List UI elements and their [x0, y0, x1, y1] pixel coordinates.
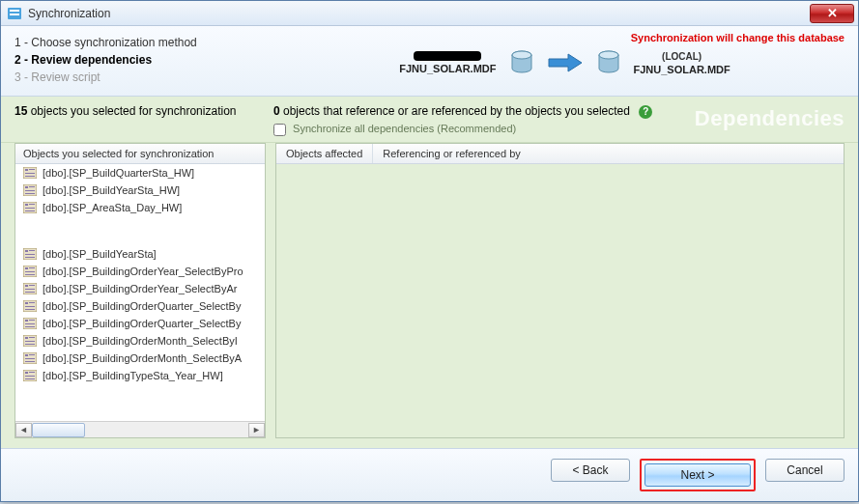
target-db-node: (LOCAL) FJNU_SOLAR.MDF: [634, 51, 730, 75]
obscured-server-name: [414, 51, 481, 61]
list-item[interactable]: [dbo].[SP_AreaSta_Day_HW]: [15, 199, 265, 216]
svg-rect-54: [29, 354, 35, 355]
svg-rect-31: [25, 274, 35, 275]
svg-rect-60: [25, 376, 35, 377]
sp-icon: [23, 184, 37, 196]
svg-rect-53: [25, 354, 28, 356]
svg-rect-38: [25, 302, 28, 304]
list-item[interactable]: [dbo].[SP_BuildingOrderQuarter_SelectBy: [15, 297, 265, 315]
sp-icon: [23, 300, 37, 312]
selected-objects-list[interactable]: [dbo].[SP_BuildQuarterSta_HW] [dbo].[SP_…: [15, 164, 265, 421]
svg-rect-33: [25, 285, 28, 287]
svg-rect-14: [29, 186, 35, 187]
selected-objects-panel: Objects you selected for synchronization…: [14, 143, 266, 438]
list-item[interactable]: [dbo].[SP_BuildingOrderQuarter_SelectBy: [15, 315, 265, 332]
svg-point-6: [599, 51, 618, 59]
svg-rect-61: [25, 378, 35, 379]
svg-rect-11: [25, 176, 35, 177]
svg-rect-15: [25, 190, 35, 191]
list-spacer: [15, 216, 265, 245]
cancel-button[interactable]: Cancel: [765, 459, 845, 482]
header-warning: Synchronization will change this databas…: [631, 32, 845, 43]
svg-rect-26: [25, 257, 35, 258]
referenced-count: 0 objects that reference or are referenc…: [273, 104, 652, 136]
list-item[interactable]: [dbo].[SP_BuildYearSta_HW]: [15, 182, 265, 199]
svg-rect-13: [25, 186, 28, 188]
horizontal-scrollbar[interactable]: ◄ ►: [15, 421, 265, 437]
target-db-name: FJNU_SOLAR.MDF: [634, 64, 730, 75]
database-icon: [508, 49, 535, 76]
svg-rect-28: [25, 267, 28, 269]
wizard-header: 1 - Choose synchronization method 2 - Re…: [1, 26, 858, 97]
col-referencing[interactable]: Referencing or referenced by: [373, 144, 844, 163]
svg-rect-16: [25, 193, 35, 194]
sp-icon: [23, 318, 37, 329]
list-item[interactable]: [dbo].[SP_BuildQuarterSta_HW]: [15, 164, 265, 182]
svg-rect-40: [25, 306, 35, 307]
step-3: 3 - Review script: [14, 69, 285, 86]
sp-icon: [23, 352, 37, 364]
scroll-left-button[interactable]: ◄: [15, 423, 32, 437]
app-icon: [7, 6, 22, 21]
sp-icon: [23, 266, 37, 277]
sp-icon: [23, 202, 37, 213]
sp-icon: [23, 335, 37, 347]
target-db-local: (LOCAL): [662, 51, 702, 62]
list-item[interactable]: [dbo].[SP_BuildingOrderMonth_SelectByA: [15, 350, 265, 367]
svg-rect-23: [25, 250, 28, 252]
list-item[interactable]: [dbo].[SP_BuildingOrderYear_SelectByPro: [15, 263, 265, 280]
arrow-icon: [547, 52, 584, 73]
close-icon: ✕: [827, 6, 838, 20]
svg-rect-46: [25, 326, 35, 327]
sync-wizard-window: Synchronization ✕ 1 - Choose synchroniza…: [0, 0, 859, 502]
content-header: 15 objects you selected for synchronizat…: [1, 97, 858, 143]
dependencies-empty-body: [276, 164, 844, 437]
sp-icon: [23, 283, 37, 294]
dependencies-watermark: Dependencies: [695, 106, 845, 131]
svg-rect-36: [25, 292, 35, 293]
svg-rect-8: [25, 169, 28, 171]
scroll-right-button[interactable]: ►: [248, 423, 265, 437]
close-button[interactable]: ✕: [810, 4, 854, 23]
scroll-thumb[interactable]: [32, 423, 85, 437]
svg-rect-39: [29, 302, 35, 303]
step-2: 2 - Review dependencies: [14, 51, 285, 69]
sync-all-label: Synchronize all dependencies (Recommende…: [293, 123, 516, 134]
svg-rect-43: [25, 320, 28, 322]
sp-icon: [23, 248, 37, 260]
list-item[interactable]: [dbo].[SP_BuildYearSta]: [15, 245, 265, 263]
svg-rect-56: [25, 361, 35, 362]
help-icon[interactable]: ?: [639, 105, 652, 119]
next-button[interactable]: Next >: [644, 463, 751, 487]
svg-rect-9: [29, 169, 35, 170]
list-item[interactable]: [dbo].[SP_BuildingTypeSta_Year_HW]: [15, 367, 265, 384]
svg-rect-58: [25, 372, 28, 374]
svg-rect-24: [29, 250, 35, 251]
svg-rect-45: [25, 323, 35, 324]
col-objects-affected[interactable]: Objects affected: [276, 144, 373, 163]
selected-count: 15 objects you selected for synchronizat…: [14, 104, 273, 118]
list-item[interactable]: [dbo].[SP_BuildingOrderYear_SelectByAr: [15, 280, 265, 297]
svg-rect-18: [25, 204, 28, 206]
wizard-steps: 1 - Choose synchronization method 2 - Re…: [14, 34, 285, 86]
svg-rect-30: [25, 271, 35, 272]
step-1: 1 - Choose synchronization method: [14, 34, 285, 51]
content-body: Objects you selected for synchronization…: [1, 143, 858, 448]
sync-all-checkbox[interactable]: [273, 124, 286, 136]
svg-rect-29: [29, 267, 35, 268]
svg-rect-19: [29, 204, 35, 205]
svg-rect-1: [10, 10, 19, 12]
svg-rect-35: [25, 289, 35, 290]
list-item[interactable]: [dbo].[SP_BuildingOrderMonth_SelectByI: [15, 332, 265, 350]
svg-rect-20: [25, 208, 35, 209]
sync-all-checkbox-row: Synchronize all dependencies (Recommende…: [273, 123, 652, 136]
scroll-track[interactable]: [32, 423, 248, 437]
sp-icon: [23, 370, 37, 381]
svg-rect-41: [25, 309, 35, 310]
source-db-node: FJNU_SOLAR.MDF: [399, 51, 496, 74]
source-db-name: FJNU_SOLAR.MDF: [399, 63, 496, 74]
dependencies-columns: Objects affected Referencing or referenc…: [276, 144, 844, 164]
window-title: Synchronization: [28, 7, 810, 20]
back-button[interactable]: < Back: [551, 459, 630, 482]
svg-rect-49: [29, 337, 35, 338]
